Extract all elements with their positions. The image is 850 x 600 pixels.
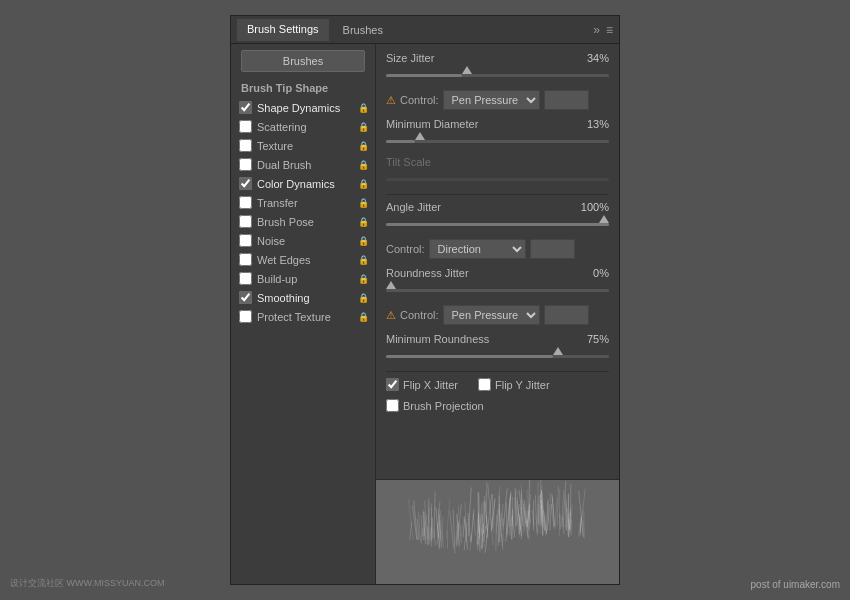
expand-icon[interactable]: »: [593, 23, 600, 37]
lock-icon: 🔒: [358, 122, 369, 132]
minimum-diameter-slider[interactable]: [386, 132, 609, 146]
brushes-button[interactable]: Brushes: [241, 50, 365, 72]
roundness-jitter-slider[interactable]: [386, 281, 609, 295]
lock-icon: 🔒: [358, 274, 369, 284]
tilt-scale-slider: [386, 170, 609, 184]
lock-icon: 🔒: [358, 160, 369, 170]
watermark: 设计交流社区 WWW.MISSYUAN.COM: [10, 577, 165, 590]
control1-row: ⚠ Control: Pen Pressure Off Fade Pen Til…: [386, 90, 609, 110]
tilt-scale-label: Tilt Scale: [386, 156, 609, 168]
brush-preview-area: 👁 ⬚: [376, 479, 619, 584]
flip-y-row: Flip Y Jitter: [478, 378, 550, 391]
panel-body: Brushes Brush Tip Shape Shape Dynamics 🔒…: [231, 44, 619, 584]
sidebar-item-noise[interactable]: Noise 🔒: [231, 231, 375, 250]
control2-input[interactable]: [530, 239, 575, 259]
sidebar-item-shape-dynamics[interactable]: Shape Dynamics 🔒: [231, 98, 375, 117]
control3-row: ⚠ Control: Pen Pressure Off Fade Pen Til…: [386, 305, 609, 325]
flip-x-row: Flip X Jitter: [386, 378, 458, 391]
sidebar-item-label: Brush Pose: [257, 216, 356, 228]
brush-pose-checkbox[interactable]: [239, 215, 252, 228]
sidebar-item-label: Dual Brush: [257, 159, 356, 171]
buildup-checkbox[interactable]: [239, 272, 252, 285]
flip-x-checkbox[interactable]: [386, 378, 399, 391]
sidebar-item-protect-texture[interactable]: Protect Texture 🔒: [231, 307, 375, 326]
wet-edges-checkbox[interactable]: [239, 253, 252, 266]
sidebar: Brushes Brush Tip Shape Shape Dynamics 🔒…: [231, 44, 376, 584]
sidebar-item-color-dynamics[interactable]: Color Dynamics 🔒: [231, 174, 375, 193]
control2-row: Control: Direction Off Fade Pen Pressure…: [386, 239, 609, 259]
sidebar-item-label: Protect Texture: [257, 311, 356, 323]
control2-select[interactable]: Direction Off Fade Pen Pressure Pen Tilt: [429, 239, 526, 259]
scattering-checkbox[interactable]: [239, 120, 252, 133]
transfer-checkbox[interactable]: [239, 196, 252, 209]
sidebar-item-wet-edges[interactable]: Wet Edges 🔒: [231, 250, 375, 269]
warning-icon2: ⚠: [386, 309, 396, 322]
sidebar-item-label: Scattering: [257, 121, 356, 133]
angle-jitter-value: 100%: [571, 201, 609, 213]
protect-texture-checkbox[interactable]: [239, 310, 252, 323]
minimum-roundness-slider[interactable]: [386, 347, 609, 361]
shape-dynamics-checkbox[interactable]: [239, 101, 252, 114]
sidebar-item-smoothing[interactable]: Smoothing 🔒: [231, 288, 375, 307]
section-divider: [386, 194, 609, 195]
sidebar-item-buildup[interactable]: Build-up 🔒: [231, 269, 375, 288]
flip-row: Flip X Jitter Flip Y Jitter: [386, 378, 609, 395]
tab-brush-settings[interactable]: Brush Settings: [237, 19, 329, 41]
sidebar-item-label: Wet Edges: [257, 254, 356, 266]
brush-projection-checkbox[interactable]: [386, 399, 399, 412]
lock-icon: 🔒: [358, 312, 369, 322]
lock-icon: 🔒: [358, 236, 369, 246]
main-content: Size Jitter 34% ⚠ Control: Pen Pressure …: [376, 44, 619, 479]
minimum-roundness-row: Minimum Roundness 75%: [386, 333, 609, 345]
control1-select[interactable]: Pen Pressure Off Fade Pen Tilt Stylus Wh…: [443, 90, 540, 110]
tab-brushes[interactable]: Brushes: [333, 20, 393, 40]
minimum-diameter-value: 13%: [571, 118, 609, 130]
angle-jitter-slider[interactable]: [386, 215, 609, 229]
size-jitter-slider[interactable]: [386, 66, 609, 80]
color-dynamics-checkbox[interactable]: [239, 177, 252, 190]
sidebar-item-texture[interactable]: Texture 🔒: [231, 136, 375, 155]
sidebar-item-label: Noise: [257, 235, 356, 247]
lock-icon: 🔒: [358, 217, 369, 227]
sidebar-item-scattering[interactable]: Scattering 🔒: [231, 117, 375, 136]
sidebar-item-label: Texture: [257, 140, 356, 152]
lock-icon: 🔒: [358, 293, 369, 303]
control3-input[interactable]: [544, 305, 589, 325]
control1-input[interactable]: [544, 90, 589, 110]
control3-select[interactable]: Pen Pressure Off Fade Pen Tilt Stylus Wh…: [443, 305, 540, 325]
lock-icon: 🔒: [358, 141, 369, 151]
lock-icon: 🔒: [358, 103, 369, 113]
texture-checkbox[interactable]: [239, 139, 252, 152]
angle-jitter-label: Angle Jitter: [386, 201, 571, 213]
brush-preview-canvas: [376, 480, 619, 584]
control3-label: Control:: [400, 309, 439, 321]
minimum-diameter-row: Minimum Diameter 13%: [386, 118, 609, 130]
sidebar-item-label: Shape Dynamics: [257, 102, 356, 114]
panel-tabs: Brush Settings Brushes » ≡: [231, 16, 619, 44]
sidebar-item-dual-brush[interactable]: Dual Brush 🔒: [231, 155, 375, 174]
menu-icon[interactable]: ≡: [606, 23, 613, 37]
sidebar-item-transfer[interactable]: Transfer 🔒: [231, 193, 375, 212]
minimum-roundness-label: Minimum Roundness: [386, 333, 571, 345]
warning-icon: ⚠: [386, 94, 396, 107]
flip-y-checkbox[interactable]: [478, 378, 491, 391]
sidebar-item-label: Build-up: [257, 273, 356, 285]
sidebar-item-brush-pose[interactable]: Brush Pose 🔒: [231, 212, 375, 231]
lock-icon: 🔒: [358, 179, 369, 189]
sidebar-item-label: Smoothing: [257, 292, 356, 304]
dual-brush-checkbox[interactable]: [239, 158, 252, 171]
section-divider2: [386, 371, 609, 372]
roundness-jitter-row: Roundness Jitter 0%: [386, 267, 609, 279]
roundness-jitter-value: 0%: [571, 267, 609, 279]
control2-label: Control:: [386, 243, 425, 255]
tab-icons: » ≡: [593, 23, 613, 37]
flip-x-label: Flip X Jitter: [403, 379, 458, 391]
minimum-roundness-value: 75%: [571, 333, 609, 345]
lock-icon: 🔒: [358, 198, 369, 208]
post-label: post of uimaker.com: [751, 579, 840, 590]
angle-jitter-row: Angle Jitter 100%: [386, 201, 609, 213]
noise-checkbox[interactable]: [239, 234, 252, 247]
smoothing-checkbox[interactable]: [239, 291, 252, 304]
flip-y-label: Flip Y Jitter: [495, 379, 550, 391]
tilt-scale-row: Tilt Scale: [386, 156, 609, 168]
